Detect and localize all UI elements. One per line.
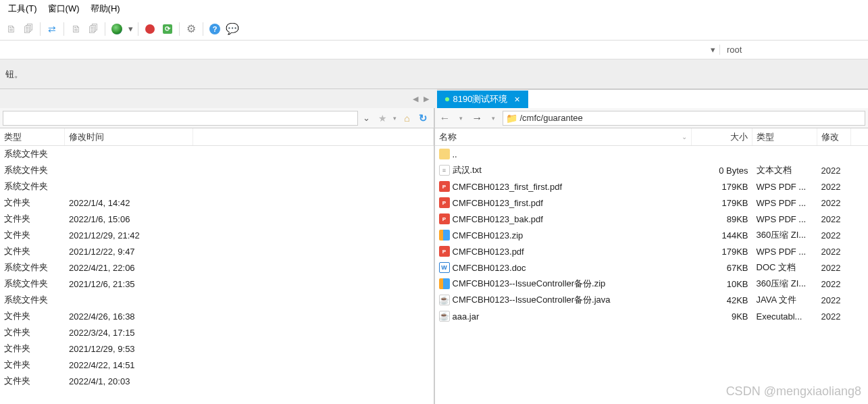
table-row[interactable]: 文件夹2021/12/29, 9:53 <box>0 340 434 357</box>
cell-date: 2021/12/29, 21:42 <box>65 230 193 241</box>
table-row[interactable]: PCMFCBH0123_bak.pdf89KBWPS PDF ...2022 <box>435 211 869 227</box>
settings-icon[interactable]: ⚙ <box>183 21 199 37</box>
cell-size: 9KB <box>692 311 752 322</box>
table-row[interactable]: PCMFCBH0123.pdf179KBWPS PDF ...2022 <box>435 243 869 259</box>
col-rmod[interactable]: 修改 <box>817 128 851 145</box>
refresh-green-icon[interactable]: ⟳ <box>159 21 176 37</box>
stop-icon[interactable] <box>142 21 158 37</box>
user-field[interactable]: root <box>719 45 868 55</box>
cell-type: 文件夹 <box>0 310 65 322</box>
cell-mod: 2022 <box>817 263 851 273</box>
tab-right-arrow-icon[interactable]: ▶ <box>421 95 432 103</box>
bookmark-icon[interactable]: ★ <box>376 111 390 126</box>
table-row[interactable]: CMFCBH0123--IssueController备份.zip10KB360… <box>435 276 869 292</box>
table-row[interactable]: 系统文件夹 <box>0 178 434 195</box>
table-row[interactable]: ☕CMFCBH0123--IssueController备份.java42KBJ… <box>435 292 869 308</box>
globe-icon[interactable] <box>109 21 125 37</box>
table-row[interactable]: WCMFCBH0123.doc67KBDOC 文档2022 <box>435 259 869 276</box>
cell-size: 10KB <box>692 279 752 289</box>
cell-size: 67KB <box>692 263 752 273</box>
tab-left-arrow-icon[interactable]: ◀ <box>410 95 421 103</box>
cell-date: 2022/1/4, 14:42 <box>65 198 193 208</box>
remote-tab[interactable]: 8190测试环境 × <box>437 91 528 108</box>
remote-path-input[interactable]: 📁 /cmfc/guarantee <box>503 111 866 126</box>
local-path-input[interactable] <box>3 111 358 126</box>
local-panel: 类型 修改时间 系统文件夹系统文件夹系统文件夹文件夹2022/1/4, 14:4… <box>0 128 435 404</box>
cell-type: JAVA 文件 <box>752 294 817 306</box>
cell-type: 文件夹 <box>0 213 65 225</box>
remote-tab-label: 8190测试环境 <box>453 93 508 105</box>
table-row[interactable]: 文件夹2022/1/4, 14:42 <box>0 195 434 211</box>
pdf-icon: P <box>439 213 450 224</box>
docs-icon[interactable]: 🗐 <box>20 21 36 37</box>
col-rtype[interactable]: 类型 <box>752 128 817 145</box>
menu-tools[interactable]: 工具(T) <box>3 1 43 16</box>
local-path-dropdown[interactable]: ⌄ <box>359 111 374 126</box>
back-dd-icon[interactable]: ▾ <box>454 111 469 126</box>
cell-type: 系统文件夹 <box>0 261 65 274</box>
sync-icon[interactable]: ⇄ <box>44 21 60 37</box>
table-row[interactable]: CMFCBH0123.zip144KB360压缩 ZI...2022 <box>435 227 869 243</box>
help-icon[interactable]: ? <box>207 21 223 37</box>
table-row[interactable]: 文件夹2022/1/6, 15:06 <box>0 211 434 227</box>
cell-name: CMFCBH0123--IssueController备份.zip <box>435 278 692 290</box>
table-row[interactable]: .. <box>435 146 869 162</box>
zip-icon <box>439 230 450 241</box>
menu-help[interactable]: 帮助(H) <box>85 1 126 16</box>
status-dot-icon <box>445 97 449 101</box>
doc2-icon[interactable]: 🗐 <box>85 21 101 37</box>
table-row[interactable]: 系统文件夹 <box>0 162 434 178</box>
col-name[interactable]: 名称⌄ <box>435 128 692 145</box>
divider <box>138 22 138 36</box>
table-row[interactable]: 文件夹2022/3/24, 17:15 <box>0 324 434 340</box>
info-bar: 钮。 <box>0 59 868 89</box>
cell-date: 2022/1/6, 15:06 <box>65 214 193 224</box>
col-extra[interactable] <box>193 128 434 145</box>
forward-icon[interactable]: → <box>470 111 485 126</box>
java-icon: ☕ <box>439 295 450 305</box>
bookmark-dd[interactable]: ▾ <box>392 111 399 126</box>
col-type[interactable]: 类型 <box>0 128 65 145</box>
cell-mod: 2022 <box>817 295 851 305</box>
table-row[interactable]: 系统文件夹2022/4/21, 22:06 <box>0 259 434 276</box>
table-row[interactable]: ≡武汉.txt0 Bytes文本文档2022 <box>435 162 869 178</box>
refresh-icon[interactable]: ↻ <box>416 111 431 126</box>
table-row[interactable]: 系统文件夹2021/12/6, 21:35 <box>0 276 434 292</box>
address-row: ▾ root <box>0 41 868 59</box>
cell-name: ☕CMFCBH0123--IssueController备份.java <box>435 294 692 306</box>
tab-close-icon[interactable]: × <box>514 94 519 105</box>
cell-type: 文件夹 <box>0 343 65 355</box>
table-row[interactable]: 文件夹2021/12/29, 21:42 <box>0 227 434 243</box>
globe-dropdown[interactable]: ▾ <box>126 21 134 37</box>
table-row[interactable]: 系统文件夹 <box>0 292 434 308</box>
address-dropdown-icon[interactable]: ▾ <box>706 45 719 55</box>
cell-size: 179KB <box>692 198 752 208</box>
table-row[interactable]: 文件夹2021/12/22, 9:47 <box>0 243 434 259</box>
table-row[interactable]: PCMFCBH0123_first.pdf179KBWPS PDF ...202… <box>435 195 869 211</box>
chat-icon[interactable]: 💬 <box>224 21 240 37</box>
cell-date: 2021/12/22, 9:47 <box>65 247 193 257</box>
table-row[interactable]: ☕aaa.jar9KBExecutabl...2022 <box>435 308 869 324</box>
home-icon[interactable]: ⌂ <box>400 111 415 126</box>
cell-size: 89KB <box>692 214 752 224</box>
cell-size: 0 Bytes <box>692 166 752 176</box>
cell-mod: 2022 <box>817 198 851 208</box>
pdf-icon: P <box>439 246 450 257</box>
cell-size: 179KB <box>692 247 752 257</box>
cell-name: ≡武汉.txt <box>435 164 692 176</box>
col-modified[interactable]: 修改时间 <box>65 128 193 145</box>
menu-window[interactable]: 窗口(W) <box>43 1 85 16</box>
table-row[interactable]: 文件夹2022/4/26, 16:38 <box>0 308 434 324</box>
back-icon[interactable]: ← <box>438 111 453 126</box>
table-row[interactable]: 文件夹2022/4/22, 14:51 <box>0 357 434 373</box>
table-row[interactable]: PCMFCBH0123_first_first.pdf179KBWPS PDF … <box>435 178 869 195</box>
divider <box>203 22 203 36</box>
table-row[interactable]: 文件夹2022/4/1, 20:03 <box>0 373 434 389</box>
fwd-dd-icon[interactable]: ▾ <box>486 111 501 126</box>
doc1-icon[interactable]: 🗎 <box>68 21 84 37</box>
folder-icon: 📁 <box>506 113 517 124</box>
toolbar: 🗎 🗐 ⇄ 🗎 🗐 ▾ ⟳ ⚙ ? 💬 <box>0 18 868 41</box>
col-size[interactable]: 大小 <box>692 128 752 145</box>
table-row[interactable]: 系统文件夹 <box>0 146 434 162</box>
new-icon[interactable]: 🗎 <box>3 21 19 37</box>
